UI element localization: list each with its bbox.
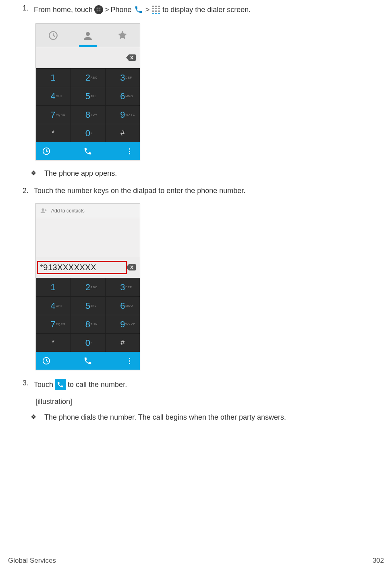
phone-handset-icon: [133, 5, 144, 14]
add-to-contacts-label: Add to contacts: [51, 208, 85, 214]
dialpad-icon: [151, 5, 161, 14]
step-2: 2. Touch the number keys on the dialpad …: [23, 187, 384, 195]
key-8[interactable]: 8TUV: [71, 315, 105, 333]
footer-section: Global Services: [8, 557, 56, 565]
step-2-text: Touch the number keys on the dialpad to …: [34, 187, 384, 195]
key-hash[interactable]: #: [106, 334, 140, 352]
phone-tile-icon: [55, 379, 66, 390]
key-7[interactable]: 7PQRS: [36, 315, 71, 333]
key-star[interactable]: *: [36, 334, 71, 352]
more-vert-icon: [129, 358, 130, 364]
action-bar: [36, 352, 140, 370]
svg-point-1: [86, 32, 90, 36]
key-2[interactable]: 2ABC: [71, 69, 105, 87]
add-to-contacts-row[interactable]: Add to contacts: [36, 204, 140, 218]
diamond-bullet-icon: ❖: [31, 169, 44, 177]
number-display: [36, 47, 140, 68]
key-3[interactable]: 3DEF: [106, 278, 140, 296]
number-display-highlighted: *913XXXXXXX: [36, 257, 140, 278]
overflow-menu-button[interactable]: [119, 352, 140, 370]
blank-area: [36, 218, 140, 257]
key-1[interactable]: 1: [36, 278, 71, 296]
history-button[interactable]: [36, 142, 57, 160]
step-number: 3.: [23, 379, 34, 390]
step-number: 1.: [23, 4, 34, 15]
keypad: 1 2ABC 3DEF 4GHI 5JKL 6MNO 7PQRS 8TUV 9W…: [36, 278, 140, 352]
tab-recents-icon[interactable]: [41, 24, 65, 47]
key-5[interactable]: 5JKL: [71, 87, 105, 105]
key-0[interactable]: 0+: [71, 124, 105, 142]
tab-contacts-icon[interactable]: [76, 24, 100, 47]
key-star[interactable]: *: [36, 124, 71, 142]
footer-page-number: 302: [373, 557, 384, 565]
key-9[interactable]: 9WXYZ: [106, 106, 140, 124]
call-button[interactable]: [57, 352, 119, 370]
dialer-tabs: [36, 24, 140, 47]
overflow-menu-button[interactable]: [119, 142, 140, 160]
backspace-icon[interactable]: [126, 264, 136, 270]
key-2[interactable]: 2ABC: [71, 278, 105, 296]
more-vert-icon: [129, 148, 130, 154]
step-3-text: Touch to call the number.: [34, 379, 384, 390]
step-number: 2.: [23, 187, 34, 195]
backspace-icon[interactable]: [126, 54, 136, 61]
step-3-result: ❖ The phone dials the number. The call b…: [31, 413, 384, 422]
key-1[interactable]: 1: [36, 69, 71, 87]
page-footer: Global Services 302: [8, 557, 384, 565]
key-6[interactable]: 6MNO: [106, 297, 140, 315]
key-0[interactable]: 0+: [71, 334, 105, 352]
step-1-text: From home, touch > Phone > to display th…: [34, 4, 384, 15]
entered-number: *913XXXXXXX: [38, 262, 126, 273]
key-9[interactable]: 9WXYZ: [106, 315, 140, 333]
history-button[interactable]: [36, 352, 57, 370]
key-8[interactable]: 8TUV: [71, 106, 105, 124]
key-4[interactable]: 4GHI: [36, 297, 71, 315]
keypad: 1 2ABC 3DEF 4GHI 5JKL 6MNO 7PQRS 8TUV 9W…: [36, 68, 140, 142]
key-6[interactable]: 6MNO: [106, 87, 140, 105]
tab-favorites-icon[interactable]: [110, 24, 135, 47]
add-contact-icon: [40, 207, 47, 214]
key-5[interactable]: 5JKL: [71, 297, 105, 315]
dialer-screenshot-1: 1 2ABC 3DEF 4GHI 5JKL 6MNO 7PQRS 8TUV 9W…: [35, 23, 384, 160]
call-button[interactable]: [57, 142, 119, 160]
key-4[interactable]: 4GHI: [36, 87, 71, 105]
diamond-bullet-icon: ❖: [31, 413, 44, 421]
step-1: 1. From home, touch > Phone > to display…: [23, 4, 384, 15]
apps-grid-icon: [94, 5, 103, 14]
svg-point-3: [42, 208, 44, 211]
key-7[interactable]: 7PQRS: [36, 106, 71, 124]
action-bar: [36, 142, 140, 160]
illustration-placeholder: [illustration]: [35, 397, 384, 406]
key-hash[interactable]: #: [106, 124, 140, 142]
step-3: 3. Touch to call the number.: [23, 379, 384, 390]
key-3[interactable]: 3DEF: [106, 69, 140, 87]
dialer-screenshot-2: Add to contacts *913XXXXXXX 1 2ABC 3DEF …: [35, 203, 384, 370]
step-1-result: ❖ The phone app opens.: [31, 169, 384, 178]
